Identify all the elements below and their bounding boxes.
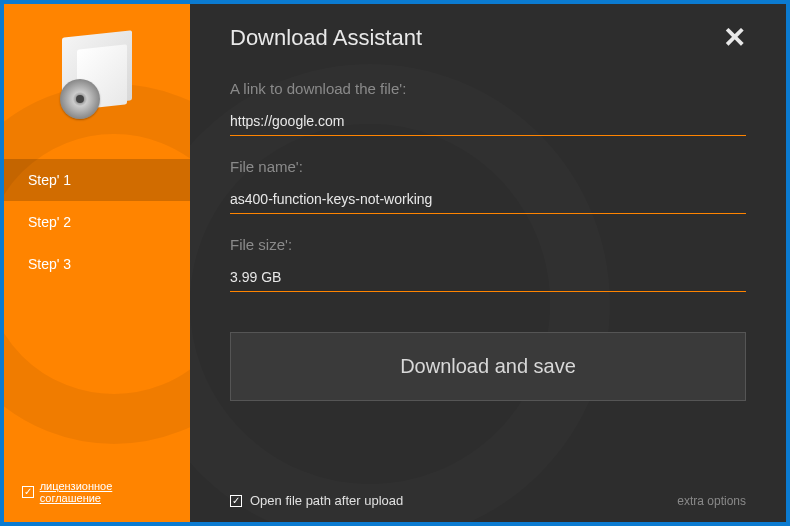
field-link: A link to download the file': [230,80,746,136]
footer-left: Open file path after upload [230,493,403,508]
extra-options-link[interactable]: extra options [677,494,746,508]
filesize-label: File size': [230,236,746,253]
step-2[interactable]: Step' 2 [4,201,190,243]
link-label: A link to download the file': [230,80,746,97]
step-3[interactable]: Step' 3 [4,243,190,285]
field-name: File name': [230,158,746,214]
download-button[interactable]: Download and save [230,332,746,401]
page-title: Download Assistant [230,25,422,51]
close-icon[interactable]: ✕ [723,24,746,52]
filename-label: File name': [230,158,746,175]
sidebar-footer: лицензионное соглашение [4,462,190,522]
app-window: Step' 1 Step' 2 Step' 3 лицензионное сог… [4,4,786,522]
sidebar: Step' 1 Step' 2 Step' 3 лицензионное сог… [4,4,190,522]
field-size: File size': [230,236,746,292]
open-path-label: Open file path after upload [250,493,403,508]
main-footer: Open file path after upload extra option… [230,483,746,508]
installer-icon [52,29,142,119]
step-1[interactable]: Step' 1 [4,159,190,201]
main-panel: Download Assistant ✕ A link to download … [190,4,786,522]
open-path-checkbox[interactable] [230,495,242,507]
filename-input[interactable] [230,187,746,214]
header: Download Assistant ✕ [230,24,746,52]
link-input[interactable] [230,109,746,136]
license-checkbox[interactable] [22,486,34,498]
filesize-input[interactable] [230,265,746,292]
steps-nav: Step' 1 Step' 2 Step' 3 [4,159,190,285]
license-link[interactable]: лицензионное соглашение [40,480,172,504]
